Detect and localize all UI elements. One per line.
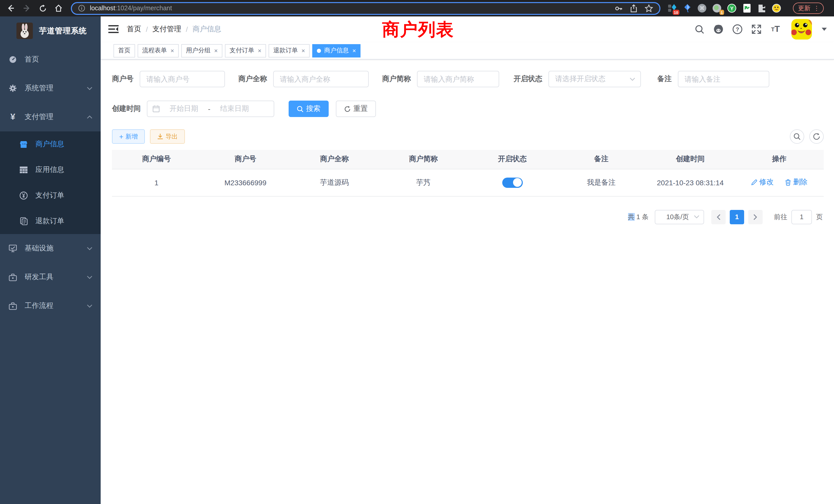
active-dot <box>317 48 321 53</box>
next-page-button[interactable] <box>748 210 763 224</box>
sidebar-item-app-info[interactable]: 应用信息 <box>0 157 101 183</box>
search-icon[interactable] <box>694 24 705 35</box>
breadcrumb-pay[interactable]: 支付管理 <box>153 25 181 34</box>
tag-home[interactable]: 首页 <box>113 44 135 57</box>
tag-user-group[interactable]: 用户分组× <box>181 44 222 57</box>
sidebar-item-pay-order[interactable]: 支付订单 <box>0 183 101 208</box>
home-button[interactable] <box>53 3 64 14</box>
merchant-no-input[interactable] <box>140 71 225 87</box>
close-icon[interactable]: × <box>352 47 356 54</box>
breadcrumb-home[interactable]: 首页 <box>127 25 141 34</box>
url-bar[interactable]: localhost:1024/pay/merchant <box>71 2 660 15</box>
refresh-icon <box>813 133 820 140</box>
status-select[interactable]: 请选择开启状态 <box>548 71 641 87</box>
delete-button[interactable]: 删除 <box>785 178 808 187</box>
site-info-icon[interactable] <box>78 5 85 12</box>
pagination-total: 共 1 条 <box>628 212 649 222</box>
sidebar-item-system[interactable]: 系统管理 <box>0 74 101 102</box>
extension-proxy-icon[interactable]: 1 <box>712 4 722 13</box>
extension-doc-icon[interactable] <box>742 4 751 13</box>
col-merchant-id: 商户编号 <box>112 150 201 169</box>
tag-pay-order[interactable]: 支付订单× <box>225 44 266 57</box>
fullscreen-icon[interactable] <box>751 24 762 35</box>
chevron-down-icon <box>87 304 92 308</box>
end-date-placeholder: 结束日期 <box>214 104 255 113</box>
hide-search-button[interactable] <box>790 129 804 144</box>
remark-input[interactable] <box>678 71 769 87</box>
close-icon[interactable]: × <box>214 47 218 54</box>
password-key-icon[interactable] <box>614 4 623 13</box>
grid-icon <box>20 166 28 174</box>
tag-refund-order[interactable]: 退款订单× <box>269 44 310 57</box>
sidebar-item-home[interactable]: 首页 <box>0 45 101 74</box>
close-icon[interactable]: × <box>171 47 174 54</box>
yen-icon: ¥ <box>9 113 17 121</box>
chevron-down-icon <box>87 275 92 279</box>
edit-button[interactable]: 修改 <box>751 178 774 187</box>
col-status: 开启状态 <box>468 150 557 169</box>
status-toggle[interactable] <box>502 177 523 188</box>
chevron-down-icon <box>694 215 699 219</box>
short-name-label: 商户简称 <box>382 74 411 84</box>
browser-menu-dots-icon[interactable]: ⋮ <box>813 5 820 12</box>
add-button[interactable]: + 新增 <box>112 129 145 144</box>
app-title: 芋道管理系统 <box>39 26 87 36</box>
extension-kite-icon[interactable] <box>682 4 692 13</box>
extension-colored-icon[interactable]: 10 <box>667 4 677 13</box>
monitor-icon <box>9 244 17 253</box>
chevron-left-icon <box>717 214 721 220</box>
svg-text:?: ? <box>736 26 739 32</box>
update-button[interactable]: 更新 ⋮ <box>793 3 824 14</box>
refresh-icon <box>344 106 351 112</box>
url-host: localhost <box>90 5 115 12</box>
create-time-range-input[interactable]: 开始日期 - 结束日期 <box>147 100 274 117</box>
share-icon[interactable] <box>630 4 638 13</box>
user-avatar[interactable] <box>791 19 812 40</box>
date-separator: - <box>208 105 210 113</box>
sidebar-item-workflow[interactable]: 工作流程 <box>0 292 101 320</box>
page-content: 商户号 商户全称 商户简称 开启状态 请选择开启状态 <box>101 60 834 504</box>
export-button[interactable]: 导出 <box>150 129 185 144</box>
toolbox-icon <box>9 273 17 281</box>
reload-button[interactable] <box>37 3 48 14</box>
extensions-puzzle-icon[interactable] <box>757 4 766 13</box>
search-button[interactable]: 搜索 <box>289 100 329 117</box>
page-number-button[interactable]: 1 <box>730 210 744 224</box>
prev-page-button[interactable] <box>711 210 726 224</box>
tag-process-form[interactable]: 流程表单× <box>138 44 179 57</box>
extension-command-icon[interactable]: ⌘ <box>697 4 707 13</box>
tag-merchant-info[interactable]: 商户信息× <box>312 44 360 57</box>
bookmark-star-icon[interactable] <box>644 4 653 13</box>
goto-page-input[interactable] <box>791 210 812 224</box>
extension-y-icon[interactable]: Y <box>727 4 737 13</box>
search-icon <box>793 133 800 140</box>
sidebar-item-dev-tools[interactable]: 研发工具 <box>0 263 101 292</box>
close-icon[interactable]: × <box>302 47 305 54</box>
sidebar-item-refund-order[interactable]: 退款订单 <box>0 208 101 234</box>
briefcase-icon <box>9 302 17 310</box>
font-size-icon[interactable]: TT <box>770 24 781 35</box>
sidebar-item-pay[interactable]: ¥ 支付管理 <box>0 102 101 131</box>
navbar: 首页 / 支付管理 / 商户信息 商户列表 ? <box>101 17 834 42</box>
sidebar-collapse-icon[interactable] <box>108 24 118 35</box>
refresh-button[interactable] <box>809 129 824 144</box>
chevron-up-icon <box>87 115 92 119</box>
full-name-input[interactable] <box>273 71 369 87</box>
reset-button[interactable]: 重置 <box>336 100 376 117</box>
short-name-input[interactable] <box>417 71 499 87</box>
help-icon[interactable]: ? <box>732 24 743 35</box>
breadcrumb: 首页 / 支付管理 / 商户信息 <box>127 25 221 34</box>
profile-emoji-avatar[interactable] <box>772 4 781 13</box>
sidebar-item-merchant-info[interactable]: 商户信息 <box>0 131 101 157</box>
svg-text:⌘: ⌘ <box>699 5 705 11</box>
github-icon[interactable] <box>713 24 724 35</box>
forward-button[interactable] <box>21 3 32 14</box>
col-full-name: 商户全称 <box>290 150 379 169</box>
sidebar-item-infra[interactable]: 基础设施 <box>0 234 101 263</box>
col-short-name: 商户简称 <box>379 150 468 169</box>
page-size-select[interactable]: 10条/页 <box>655 210 704 224</box>
close-icon[interactable]: × <box>258 47 261 54</box>
avatar-caret-icon[interactable] <box>822 28 827 31</box>
back-button[interactable] <box>5 3 17 14</box>
extensions-row: 10 ⌘ 1 Y 更新 <box>667 3 824 14</box>
